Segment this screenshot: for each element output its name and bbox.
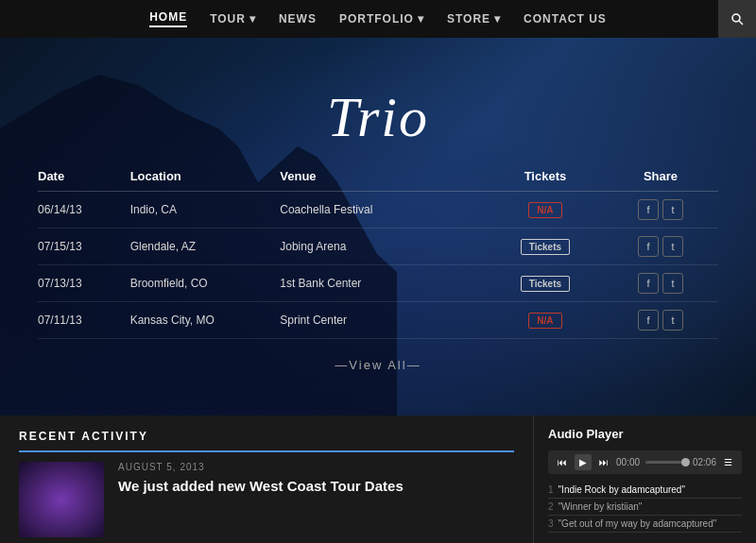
list-item[interactable]: 1"Indie Rock by adamcaptured" [548,482,742,499]
facebook-icon[interactable]: f [638,310,659,331]
time-current: 00:00 [616,457,640,467]
twitter-icon[interactable]: t [662,273,683,294]
activity-date: AUGUST 5, 2013 [118,462,514,472]
recent-activity-panel: RECENT ACTIVITY AUGUST 5, 2013 We just a… [0,416,534,543]
ticket-na-button[interactable]: N/A [528,313,561,329]
table-row: 07/11/13 Kansas City, MO Sprint Center N… [38,302,718,339]
tour-date: 07/13/13 [38,265,130,302]
twitter-icon[interactable]: t [662,236,683,257]
tour-location: Kansas City, MO [130,302,281,339]
tour-venue: 1st Bank Center [280,265,488,302]
tour-table: Date Location Venue Tickets Share 06/14/… [38,169,718,339]
nav-home[interactable]: HOME [149,10,187,27]
tour-share: f t [603,302,718,339]
col-header-tickets: Tickets [488,169,603,192]
tour-location: Broomfield, CO [130,265,281,302]
recent-activity-title: RECENT ACTIVITY [19,430,514,452]
activity-content: AUGUST 5, 2013 We just added new West Co… [19,462,514,537]
ticket-na-button[interactable]: N/A [528,202,561,218]
chevron-down-icon: ▾ [418,12,424,25]
tour-date: 06/14/13 [38,192,130,229]
navigation: HOME TOUR ▾ NEWS PORTFOLIO ▾ STORE ▾ CON… [0,0,756,38]
list-item[interactable]: 3"Get out of my way by adamcaptured" [548,516,742,533]
playlist-button[interactable]: ☰ [722,455,734,469]
nav-store[interactable]: STORE ▾ [447,12,501,25]
activity-text: AUGUST 5, 2013 We just added new West Co… [118,462,514,537]
col-header-date: Date [38,169,130,192]
table-row: 07/15/13 Glendale, AZ Jobing Arena Ticke… [38,229,718,265]
tour-venue: Sprint Center [280,302,488,339]
play-button[interactable]: ▶ [575,454,592,470]
tour-section: Date Location Venue Tickets Share 06/14/… [0,150,756,382]
facebook-icon[interactable]: f [638,199,659,220]
audio-player-panel: Audio Player ⏮ ▶ ⏭ 00:00 02:06 ☰ 1"Indie… [534,416,756,543]
tour-share: f t [603,229,718,265]
track-number: 2 [548,501,554,512]
view-all-link[interactable]: —View All— [38,358,718,372]
rewind-button[interactable]: ⏮ [556,455,569,469]
tour-share: f t [603,265,718,302]
tour-tickets: Tickets [488,265,603,302]
tour-share: f t [603,192,718,229]
col-header-share: Share [603,169,718,192]
track-number: 3 [548,518,554,529]
col-header-location: Location [130,169,281,192]
audio-track-list: 1"Indie Rock by adamcaptured"2"Winner by… [548,482,742,533]
twitter-icon[interactable]: t [662,310,683,331]
nav-news[interactable]: NEWS [279,12,317,25]
facebook-icon[interactable]: f [638,236,659,257]
search-icon [730,12,744,25]
track-number: 1 [548,484,554,495]
tour-tickets: N/A [488,192,603,229]
nav-portfolio[interactable]: PORTFOLIO ▾ [339,12,424,25]
table-row: 07/13/13 Broomfield, CO 1st Bank Center … [38,265,718,302]
ticket-buy-button[interactable]: Tickets [521,239,570,255]
tour-venue: Coachella Festival [280,192,488,229]
nav-contact[interactable]: CONTACT US [524,12,607,25]
col-header-venue: Venue [280,169,488,192]
svg-point-0 [732,14,740,22]
nav-tour[interactable]: TOUR ▾ [210,12,256,25]
chevron-down-icon: ▾ [249,12,256,25]
audio-player-title: Audio Player [548,427,742,441]
svg-line-1 [739,21,743,25]
tour-date: 07/11/13 [38,302,130,339]
tour-venue: Jobing Arena [280,229,488,265]
twitter-icon[interactable]: t [662,199,683,220]
activity-headline[interactable]: We just added new West Coast Tour Dates [118,477,514,496]
time-total: 02:06 [693,457,716,467]
ticket-buy-button[interactable]: Tickets [521,276,570,292]
bottom-section: RECENT ACTIVITY AUGUST 5, 2013 We just a… [0,416,756,543]
search-button[interactable] [718,0,756,38]
list-item[interactable]: 2"Winner by kristiian" [548,499,742,516]
audio-controls: ⏮ ▶ ⏭ 00:00 02:06 ☰ [548,450,742,474]
fast-forward-button[interactable]: ⏭ [597,455,610,469]
tour-tickets: N/A [488,302,603,339]
band-name: Trio [0,85,756,150]
tour-date: 07/15/13 [38,229,130,265]
nav-links: HOME TOUR ▾ NEWS PORTFOLIO ▾ STORE ▾ CON… [149,10,607,27]
progress-dot [681,458,690,467]
tour-location: Indio, CA [130,192,281,229]
activity-thumbnail [19,462,104,537]
facebook-icon[interactable]: f [638,273,659,294]
tour-location: Glendale, AZ [130,229,281,265]
chevron-down-icon: ▾ [494,12,501,25]
table-row: 06/14/13 Indio, CA Coachella Festival N/… [38,192,718,229]
tour-tickets: Tickets [488,229,603,265]
progress-bar[interactable] [645,461,687,464]
hero-section: Trio Date Location Venue Tickets Share 0… [0,38,756,416]
